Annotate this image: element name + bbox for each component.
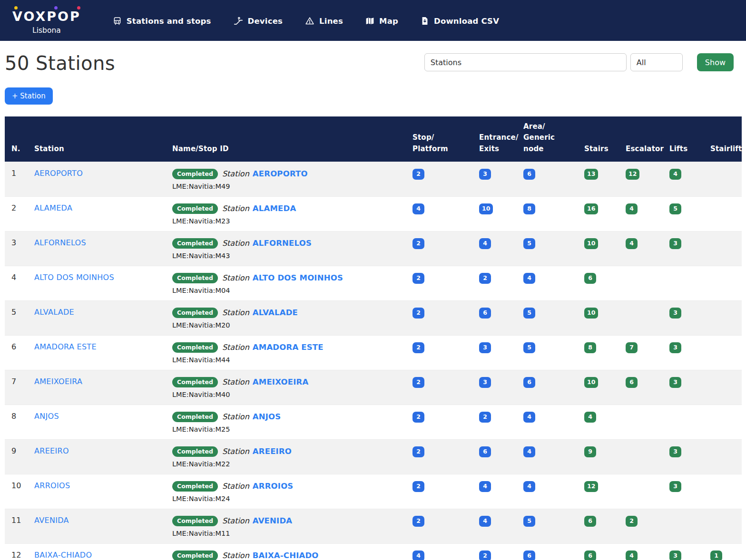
- station-name-link[interactable]: ALTO DOS MOINHOS: [253, 273, 343, 282]
- escalator-badge: 4: [626, 203, 638, 214]
- stop-platform-badge: 2: [412, 516, 424, 527]
- filter-controls: Show: [424, 53, 734, 71]
- station-name-link[interactable]: ALVALADE: [253, 308, 298, 317]
- area-generic-badge: 5: [523, 308, 535, 319]
- area-generic-badge: 6: [523, 550, 535, 560]
- area-generic-badge: 5: [523, 238, 535, 249]
- cell-name-stop-id: CompletedStationANJOSLME:Navitia:M25: [166, 405, 406, 439]
- station-name-link[interactable]: ANJOS: [253, 412, 281, 421]
- brand-subtitle: Lisbona: [12, 26, 81, 35]
- escalator-badge: 6: [626, 377, 638, 388]
- lifts-badge: 3: [669, 377, 681, 388]
- warning-triangle-icon: [304, 16, 315, 26]
- station-link[interactable]: AREEIRO: [34, 446, 69, 455]
- station-type-label: Station: [222, 482, 249, 491]
- table-row: 10ARROIOSCompletedStationARROIOSLME:Navi…: [5, 474, 742, 509]
- cell-station: ALFORNELOS: [28, 231, 166, 266]
- table-row: 2ALAMEDACompletedStationALAMEDALME:Navit…: [5, 196, 742, 231]
- station-link[interactable]: ALFORNELOS: [34, 238, 86, 247]
- logo-dot-yellow: [14, 6, 18, 10]
- status-badge: Completed: [172, 238, 218, 249]
- stop-id: LME:Navitia:M25: [172, 425, 399, 433]
- nav-stations-and-stops[interactable]: Stations and stops: [112, 16, 211, 26]
- station-link[interactable]: AMADORA ESTE: [34, 342, 97, 351]
- area-generic-badge: 4: [523, 273, 535, 284]
- area-generic-badge: 4: [523, 412, 535, 423]
- cell-escalator: 4: [619, 196, 663, 231]
- cell-stairs: 6: [578, 543, 619, 560]
- brand-wordmark: VOXPOP: [12, 6, 81, 23]
- station-name-link[interactable]: AREEIRO: [253, 447, 292, 456]
- row-number: 11: [5, 509, 28, 543]
- row-number: 9: [5, 439, 28, 474]
- cell-entrance-exits: 2: [472, 405, 517, 439]
- station-link[interactable]: ALTO DOS MOINHOS: [34, 273, 114, 282]
- bus-icon: [112, 16, 122, 26]
- station-type-label: Station: [222, 239, 249, 248]
- escalator-badge: 2: [626, 516, 638, 527]
- cell-area-generic: 5: [517, 231, 578, 266]
- status-badge: Completed: [172, 203, 218, 214]
- station-name-link[interactable]: AEROPORTO: [253, 169, 308, 178]
- entrance-exits-badge: 6: [479, 308, 491, 319]
- stations-table-body: 1AEROPORTOCompletedStationAEROPORTOLME:N…: [5, 162, 742, 560]
- station-name-link[interactable]: AMEIXOEIRA: [253, 377, 309, 386]
- row-number: 5: [5, 300, 28, 335]
- nav-download-csv[interactable]: Download CSV: [420, 16, 499, 26]
- station-link[interactable]: BAIXA-CHIADO: [34, 550, 92, 560]
- cell-escalator: [619, 266, 663, 300]
- cell-name-stop-id: CompletedStationALVALADELME:Navitia:M20: [166, 300, 406, 335]
- cell-area-generic: 4: [517, 266, 578, 300]
- station-link[interactable]: AEROPORTO: [34, 169, 83, 178]
- table-row: 4ALTO DOS MOINHOSCompletedStationALTO DO…: [5, 266, 742, 300]
- nav-lines[interactable]: Lines: [304, 16, 343, 26]
- station-name-link[interactable]: ARROIOS: [253, 482, 294, 491]
- stop-id: LME:Navitia:M49: [172, 183, 399, 190]
- station-link[interactable]: ARROIOS: [34, 481, 70, 490]
- nav-devices[interactable]: Devices: [233, 16, 283, 26]
- cell-escalator: 7: [619, 335, 663, 370]
- station-link[interactable]: ANJOS: [34, 412, 59, 421]
- station-name-link[interactable]: AMADORA ESTE: [253, 343, 324, 352]
- stairs-badge: 6: [584, 550, 596, 560]
- station-link[interactable]: AMEIXOEIRA: [34, 377, 82, 386]
- entrance-exits-badge: 3: [479, 377, 491, 388]
- cell-lifts: 4: [663, 162, 704, 196]
- station-link[interactable]: ALAMEDA: [34, 203, 72, 212]
- cell-stop-platform: 4: [406, 543, 472, 560]
- station-link[interactable]: AVENIDA: [34, 516, 69, 525]
- station-name-link[interactable]: BAIXA-CHIADO: [253, 551, 319, 560]
- cell-stairlifts: [704, 370, 742, 405]
- station-type-label: Station: [222, 516, 249, 525]
- stairs-badge: 13: [584, 169, 598, 180]
- file-download-icon: [420, 16, 430, 26]
- nav-item-label: Map: [379, 17, 398, 26]
- station-type-label: Station: [222, 308, 249, 317]
- station-name-link[interactable]: ALFORNELOS: [253, 239, 312, 248]
- status-badge: Completed: [172, 169, 218, 179]
- filter-select[interactable]: [630, 53, 683, 71]
- cell-area-generic: 6: [517, 370, 578, 405]
- add-station-button[interactable]: + Station: [5, 87, 53, 105]
- stairlifts-badge: 1: [710, 550, 722, 560]
- cell-stairlifts: [704, 266, 742, 300]
- brand-logo[interactable]: VOXPOP Lisbona: [12, 6, 81, 35]
- show-button[interactable]: Show: [697, 53, 734, 71]
- stop-platform-badge: 2: [412, 412, 424, 423]
- area-generic-badge: 5: [523, 342, 535, 353]
- col-n: N.: [5, 116, 28, 162]
- cell-stairlifts: [704, 474, 742, 509]
- search-input[interactable]: [424, 53, 627, 71]
- stop-platform-badge: 2: [412, 481, 424, 492]
- station-name-link[interactable]: AVENIDA: [253, 516, 293, 525]
- cell-stairs: 9: [578, 439, 619, 474]
- cell-escalator: [619, 439, 663, 474]
- cell-stop-platform: 2: [406, 474, 472, 509]
- stop-id: LME:Navitia:M43: [172, 252, 399, 260]
- nav-map[interactable]: Map: [365, 16, 398, 26]
- station-name-link[interactable]: ALAMEDA: [253, 204, 296, 213]
- stop-platform-badge: 2: [412, 308, 424, 319]
- lifts-badge: 3: [669, 308, 681, 319]
- station-link[interactable]: ALVALADE: [34, 308, 74, 317]
- status-badge: Completed: [172, 273, 218, 283]
